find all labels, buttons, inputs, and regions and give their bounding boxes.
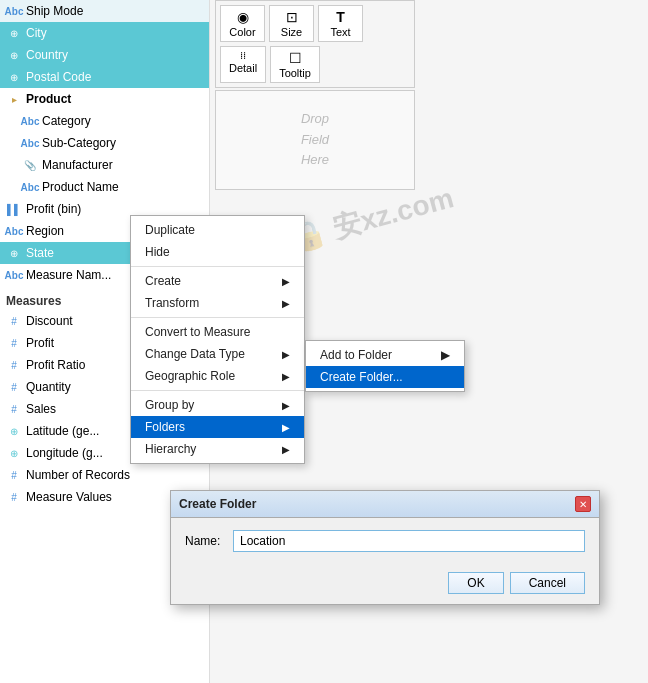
submenu-arrow: ▶ [282, 276, 290, 287]
sidebar-item-shipmode[interactable]: Abc Ship Mode [0, 0, 209, 22]
dialog-title: Create Folder [179, 497, 256, 511]
name-input[interactable] [233, 530, 585, 552]
submenu-arrow: ▶ [282, 400, 290, 411]
text-button[interactable]: T Text [318, 5, 363, 42]
sidebar-item-product[interactable]: ▸ Product [0, 88, 209, 110]
sidebar-label: Country [26, 48, 68, 62]
submenu-arrow: ▶ [441, 348, 450, 362]
detail-icon: ⁞⁞ [240, 50, 246, 61]
submenu-arrow: ▶ [282, 371, 290, 382]
sidebar-label: Product [26, 92, 71, 106]
submenu-arrow: ▶ [282, 298, 290, 309]
sidebar-label: Category [42, 114, 91, 128]
sidebar-label: Manufacturer [42, 158, 113, 172]
sidebar-label: Profit (bin) [26, 202, 81, 216]
name-row: Name: [185, 530, 585, 552]
globe-icon: ⊕ [6, 25, 22, 41]
sidebar-label: Longitude (g... [26, 446, 103, 460]
color-icon: ◉ [237, 9, 249, 25]
detail-label: Detail [229, 62, 257, 74]
sidebar-label: Sales [26, 402, 56, 416]
sidebar-label: City [26, 26, 47, 40]
menu-label: Duplicate [145, 223, 195, 237]
menu-item-changedatatype[interactable]: Change Data Type ▶ [131, 343, 304, 365]
text-label: Text [330, 26, 350, 38]
submenu-arrow: ▶ [282, 349, 290, 360]
menu-item-groupby[interactable]: Group by ▶ [131, 394, 304, 416]
tooltip-icon: ☐ [289, 50, 302, 66]
hash-icon: # [6, 313, 22, 329]
drop-field-area: DropFieldHere [215, 90, 415, 190]
sidebar-item-category[interactable]: Abc Category [0, 110, 209, 132]
menu-item-converttomeasure[interactable]: Convert to Measure [131, 321, 304, 343]
detail-button[interactable]: ⁞⁞ Detail [220, 46, 266, 83]
globe-icon: ⊕ [6, 245, 22, 261]
sidebar-label: Profit [26, 336, 54, 350]
sidebar-item-numrecords[interactable]: # Number of Records [0, 464, 209, 486]
clip-icon: 📎 [22, 157, 38, 173]
menu-item-geographicrole[interactable]: Geographic Role ▶ [131, 365, 304, 387]
bar-icon: ▌▌ [6, 201, 22, 217]
watermark: 🔒 安xz.com [288, 179, 458, 259]
sidebar-label: Product Name [42, 180, 119, 194]
abc-icon: Abc [6, 267, 22, 283]
menu-label: Geographic Role [145, 369, 235, 383]
hash-icon: # [6, 379, 22, 395]
globe-icon: ⊕ [6, 47, 22, 63]
globe-icon: ⊕ [6, 423, 22, 439]
abc-icon: Abc [22, 113, 38, 129]
menu-divider-3 [131, 390, 304, 391]
hash-icon: # [6, 467, 22, 483]
sidebar-label: Profit Ratio [26, 358, 85, 372]
tooltip-button[interactable]: ☐ Tooltip [270, 46, 320, 83]
sidebar-label: Latitude (ge... [26, 424, 99, 438]
dialog-close-button[interactable]: ✕ [575, 496, 591, 512]
color-button[interactable]: ◉ Color [220, 5, 265, 42]
submenu-item-createfolder[interactable]: Create Folder... [306, 366, 464, 388]
hash-icon: # [6, 335, 22, 351]
sidebar-item-manufacturer[interactable]: 📎 Manufacturer [0, 154, 209, 176]
color-label: Color [229, 26, 255, 38]
menu-item-folders[interactable]: Folders ▶ [131, 416, 304, 438]
text-icon: T [336, 9, 345, 25]
menu-divider [131, 266, 304, 267]
submenu-item-addtofolder[interactable]: Add to Folder ▶ [306, 344, 464, 366]
cancel-button[interactable]: Cancel [510, 572, 585, 594]
hash-icon: # [6, 357, 22, 373]
hash-icon: # [6, 401, 22, 417]
sidebar-label: Postal Code [26, 70, 91, 84]
sidebar-item-productname[interactable]: Abc Product Name [0, 176, 209, 198]
sidebar-item-postalcode[interactable]: ⊕ Postal Code [0, 66, 209, 88]
sidebar-label: Measure Nam... [26, 268, 111, 282]
sidebar-item-country[interactable]: ⊕ Country [0, 44, 209, 66]
menu-label: Folders [145, 420, 185, 434]
size-icon: ⊡ [286, 9, 298, 25]
globe-icon: ⊕ [6, 445, 22, 461]
menu-item-transform[interactable]: Transform ▶ [131, 292, 304, 314]
menu-label: Group by [145, 398, 194, 412]
menu-item-hide[interactable]: Hide [131, 241, 304, 263]
sidebar-label: Number of Records [26, 468, 130, 482]
main-area: Abc Ship Mode ⊕ City ⊕ Country ⊕ Postal … [0, 0, 648, 683]
sidebar-item-city[interactable]: ⊕ City [0, 22, 209, 44]
sidebar-item-subcategory[interactable]: Abc Sub-Category [0, 132, 209, 154]
context-menu: Duplicate Hide Create ▶ Transform ▶ Conv… [130, 215, 305, 464]
menu-label: Hide [145, 245, 170, 259]
menu-label: Change Data Type [145, 347, 245, 361]
size-label: Size [281, 26, 302, 38]
menu-item-create[interactable]: Create ▶ [131, 270, 304, 292]
sidebar-label: Sub-Category [42, 136, 116, 150]
menu-item-duplicate[interactable]: Duplicate [131, 219, 304, 241]
name-label: Name: [185, 534, 225, 548]
size-button[interactable]: ⊡ Size [269, 5, 314, 42]
sidebar-label: State [26, 246, 54, 260]
abc-icon: Abc [6, 223, 22, 239]
sidebar-label: Ship Mode [26, 4, 83, 18]
submenu-arrow: ▶ [282, 444, 290, 455]
tooltip-label: Tooltip [279, 67, 311, 79]
menu-divider-2 [131, 317, 304, 318]
globe-icon: ⊕ [6, 69, 22, 85]
menu-item-hierarchy[interactable]: Hierarchy ▶ [131, 438, 304, 460]
ok-button[interactable]: OK [448, 572, 503, 594]
marks-buttons: ◉ Color ⊡ Size T Text ⁞⁞ Detail ☐ Toolti… [220, 5, 410, 83]
